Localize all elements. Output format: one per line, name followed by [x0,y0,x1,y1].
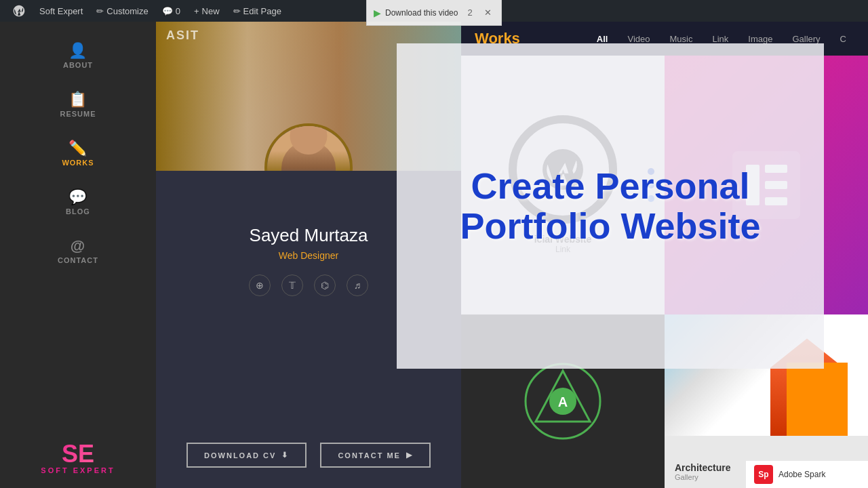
edit-page-item[interactable]: ✏ Edit Page [226,0,288,22]
person-head [290,126,328,155]
adobe-sp: Sp [758,470,768,479]
se-logo-subtitle: SOFT EXPERT [41,466,115,474]
spotify-icon[interactable]: ♬ [347,274,368,296]
soft-expert-item[interactable]: Soft Expert [33,0,90,22]
works-icon: ✏️ [68,141,87,156]
edit-icon: ✏ [233,6,241,16]
left-sidebar: 👤 ABOUT 📋 RESUME ✏️ WORKS 💬 BLOG @ CONTA… [0,22,156,488]
avatar [264,123,353,171]
svg-text:A: A [558,394,568,409]
big-text-line1: Create Personal [471,165,749,206]
contact-me-label: CONTACT ME [338,451,401,460]
sidebar-nav: 👤 ABOUT 📋 RESUME ✏️ WORKS 💬 BLOG @ CONTA… [0,35,156,272]
download-cv-button[interactable]: DOWNLOAD CV ⬇ [186,443,307,468]
big-text-title: Create Personal Portfolio Website [460,166,760,247]
github-icon[interactable]: ⌬ [314,274,336,296]
affinity-logo: A [522,361,604,442]
resume-label: RESUME [60,110,96,118]
customize-label: Customize [106,6,148,16]
filter-more[interactable]: C [832,31,854,47]
contact-label: CONTACT [58,256,98,264]
new-label: New [202,6,220,16]
sidebar-item-works[interactable]: ✏️ WORKS [0,133,156,175]
download-bar-close[interactable]: ✕ [481,6,494,20]
customize-icon: ✏ [96,6,104,16]
dribbble-icon[interactable]: ⊕ [249,274,271,296]
comments-item[interactable]: 💬 0 [155,0,187,22]
works-label: WORKS [62,159,94,167]
wp-logo-item[interactable] [5,0,33,22]
comments-icon: 💬 [162,6,173,16]
download-bar-text: Download this video [385,8,459,18]
blog-icon: 💬 [68,190,87,205]
blog-label: BLOG [66,207,90,216]
contact-icon: @ [71,239,85,253]
main-area: 👤 ABOUT 📋 RESUME ✏️ WORKS 💬 BLOG @ CONTA… [0,22,868,488]
about-icon: 👤 [68,43,87,58]
avatar-container [264,123,353,171]
big-text-line2: Portfolio Website [460,205,760,246]
sidebar-item-blog[interactable]: 💬 BLOG [0,182,156,224]
resume-icon: 📋 [68,92,87,107]
person-silhouette [281,141,336,171]
card-buttons: DOWNLOAD CV ⬇ CONTACT ME ▶ [156,443,461,468]
avatar-person [267,126,350,171]
new-icon: + [194,6,199,16]
soft-expert-label: Soft Expert [39,6,83,16]
new-item[interactable]: + New [187,0,226,22]
download-number[interactable]: 2 [463,6,477,20]
arrow-icon: ▶ [406,451,413,460]
customize-item[interactable]: ✏ Customize [90,0,155,22]
edit-page-label: Edit Page [243,6,281,16]
se-logo: SE SOFT EXPERT [41,442,115,474]
adobe-spark-text: Adobe Spark [778,470,825,479]
download-cv-label: DOWNLOAD CV [204,451,276,460]
big-text-overlay: Create Personal Portfolio Website [397,43,824,369]
download-icon: ⬇ [281,451,289,460]
arch-building-2 [787,363,848,436]
se-logo-letters: SE [41,442,115,466]
download-bar: ▶ Download this video 2 ✕ [366,0,502,26]
adobe-logo: Sp [754,465,773,484]
about-label: ABOUT [63,61,93,69]
sidebar-item-resume[interactable]: 📋 RESUME [0,84,156,126]
play-icon: ▶ [374,7,381,18]
card-logo-watermark: ASIT [166,28,199,43]
sidebar-item-contact[interactable]: @ CONTACT [0,230,156,272]
contact-me-button[interactable]: CONTACT ME ▶ [320,443,431,468]
comments-count: 0 [176,6,180,16]
adobe-spark: Sp Adobe Spark [746,461,868,488]
sidebar-item-about[interactable]: 👤 ABOUT [0,35,156,77]
twitter-icon[interactable]: 𝕋 [281,274,303,296]
